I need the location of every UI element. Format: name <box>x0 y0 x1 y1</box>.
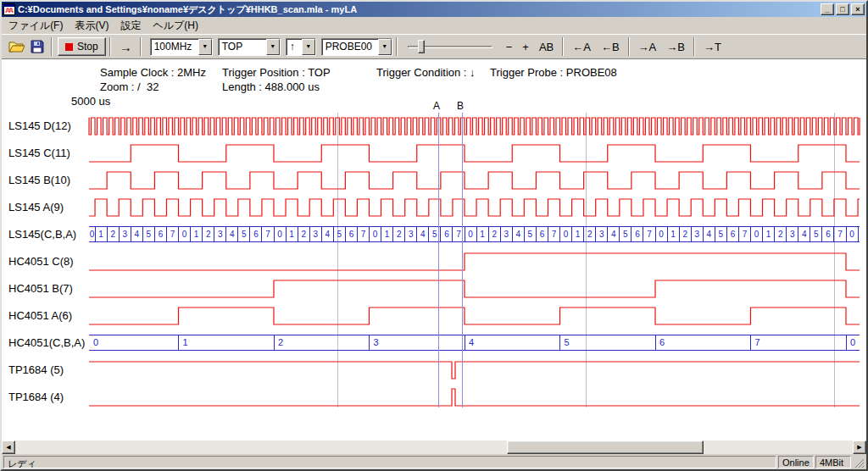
chevron-down-icon[interactable]: ▼ <box>378 39 392 55</box>
waveform-trace <box>89 280 860 297</box>
bus-value: 0 <box>468 230 473 239</box>
bus-value: 0 <box>182 230 187 239</box>
bus-value: 7 <box>552 230 557 239</box>
sample-clock-combo[interactable]: 100MHz ▼ <box>150 38 213 56</box>
bus-value: 5 <box>623 230 628 239</box>
goto-trigger-button[interactable]: →T <box>698 37 726 56</box>
bus-value: 1 <box>289 230 294 239</box>
bus-value: 3 <box>790 230 795 239</box>
toolbar-separator <box>693 37 695 56</box>
probe-combo[interactable]: PROBE00 ▼ <box>321 38 392 56</box>
toolbar-separator <box>562 37 564 56</box>
scrollbar-track[interactable] <box>15 441 853 454</box>
menu-file[interactable]: ファイル(F) <box>3 17 69 35</box>
window-title: C:¥Documents and Settings¥noname¥デスクトップ¥… <box>18 3 821 16</box>
zoom-in-button[interactable]: + <box>517 37 534 56</box>
waveform-trace <box>89 253 860 270</box>
chevron-down-icon[interactable]: ▼ <box>302 39 315 55</box>
bus-value: 7 <box>265 230 270 239</box>
horizontal-scrollbar[interactable]: ◀ ▶ <box>2 441 866 454</box>
zoom-out-button[interactable]: − <box>501 37 518 56</box>
waveform-canvas[interactable]: 0123456701234567012345670123456701234567… <box>2 59 866 441</box>
toolbar-separator <box>396 37 398 56</box>
maximize-button[interactable]: □ <box>836 3 849 15</box>
bus-value: 3 <box>694 230 699 239</box>
bus-value: 4 <box>802 230 807 239</box>
scroll-left-button[interactable]: ◀ <box>2 441 15 454</box>
bus-value: 6 <box>659 337 665 347</box>
bus-value: 6 <box>731 230 736 239</box>
goto-b-right-button[interactable]: →B <box>661 37 690 56</box>
bus-value: 2 <box>301 230 306 239</box>
goto-b-left-button[interactable]: ←B <box>596 37 625 56</box>
scrollbar-thumb[interactable] <box>507 441 704 454</box>
scroll-right-button[interactable]: ▶ <box>853 441 866 454</box>
bus-value: 4 <box>230 230 235 239</box>
chevron-down-icon[interactable]: ▼ <box>198 39 212 55</box>
zoom-slider[interactable] <box>406 37 494 56</box>
bus-value: 5 <box>719 230 724 239</box>
open-button[interactable] <box>7 37 27 56</box>
toolbar-separator <box>628 37 630 56</box>
bus-value: 2 <box>587 230 593 239</box>
trigger-edge-value: ↑ <box>287 39 302 55</box>
bus-value: 6 <box>159 230 164 239</box>
bus-value: 2 <box>492 230 497 239</box>
bus-value: 5 <box>432 230 437 239</box>
bus-value: 0 <box>564 230 569 239</box>
menu-help[interactable]: ヘルプ(H) <box>147 17 204 35</box>
goto-a-left-button[interactable]: ←A <box>567 37 596 56</box>
bus-value: 2 <box>682 230 687 239</box>
bus-value: 1 <box>670 230 676 239</box>
goto-a-right-button[interactable]: →A <box>633 37 662 56</box>
floppy-icon <box>31 40 44 53</box>
bus-value: 1 <box>766 230 771 239</box>
marker-label: A <box>433 100 440 112</box>
waveform-trace <box>89 118 860 135</box>
resize-grip[interactable] <box>853 456 865 468</box>
probe-value: PROBE00 <box>322 39 378 55</box>
sample-clock-value: 100MHz <box>151 39 198 55</box>
app-icon[interactable] <box>3 3 15 15</box>
stop-icon <box>65 43 73 51</box>
bus-value: 6 <box>349 230 354 239</box>
chevron-down-icon[interactable]: ▼ <box>266 39 280 55</box>
menu-bar: ファイル(F) 表示(V) 設定 ヘルプ(H) <box>2 17 866 34</box>
bus-value: 6 <box>635 230 640 239</box>
bus-value: 2 <box>206 230 211 239</box>
bus-value: 5 <box>337 230 342 239</box>
toolbar-separator <box>51 37 53 56</box>
zoom-slider-thumb[interactable] <box>418 40 425 53</box>
minimize-button[interactable]: _ <box>821 3 834 15</box>
bus-value: 0 <box>90 230 95 239</box>
stop-button[interactable]: Stop <box>58 37 106 56</box>
ab-button[interactable]: AB <box>534 37 559 56</box>
close-button[interactable]: × <box>851 3 865 15</box>
open-folder-icon <box>8 41 25 53</box>
bus-value: 2 <box>778 230 783 239</box>
title-bar: C:¥Documents and Settings¥noname¥デスクトップ¥… <box>2 2 866 17</box>
waveform-trace <box>89 172 860 189</box>
save-button[interactable] <box>27 37 47 56</box>
toolbar: Stop → 100MHz ▼ TOP ▼ ↑ ▼ PROBE00 ▼ − + … <box>2 34 866 59</box>
bus-value: 3 <box>313 230 318 239</box>
bus-value: 0 <box>277 230 282 239</box>
bus-value: 5 <box>242 230 247 239</box>
bus-value: 4 <box>420 230 426 239</box>
bus-value: 5 <box>814 230 819 239</box>
run-button[interactable]: → <box>114 37 136 56</box>
trigger-edge-combo[interactable]: ↑ ▼ <box>286 38 316 56</box>
bus-value: 7 <box>647 230 652 239</box>
bus-value: 5 <box>528 230 533 239</box>
bus-value: 1 <box>98 230 103 239</box>
waveform-panel[interactable]: Sample Clock : 2MHz Trigger Position : T… <box>2 59 866 441</box>
bus-value: 2 <box>110 230 115 239</box>
menu-settings[interactable]: 設定 <box>114 17 147 35</box>
app-window: C:¥Documents and Settings¥noname¥デスクトップ¥… <box>0 0 868 471</box>
trigger-position-combo[interactable]: TOP ▼ <box>218 38 281 56</box>
bus-value: 3 <box>409 230 414 239</box>
bus-value: 7 <box>755 337 760 347</box>
bus-value: 3 <box>218 230 223 239</box>
menu-view[interactable]: 表示(V) <box>69 17 114 35</box>
status-message: レディ <box>3 456 776 468</box>
